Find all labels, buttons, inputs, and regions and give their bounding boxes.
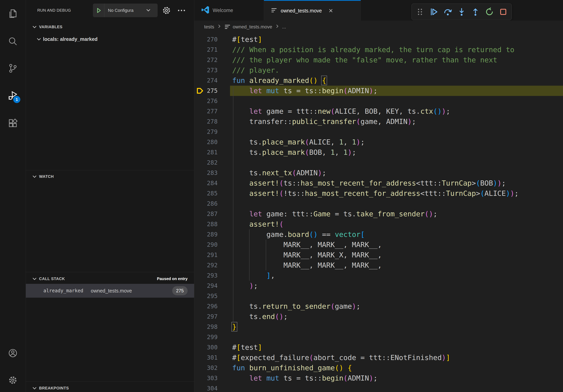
close-tab-icon[interactable]	[327, 7, 334, 14]
line-content[interactable]: MARK__, MARK__, MARK__,	[230, 240, 563, 250]
line-content[interactable]: let mut ts = ts::begin(ADMIN);	[230, 373, 563, 383]
line-content[interactable]: /// player.	[230, 65, 563, 75]
line-number[interactable]: 284	[203, 178, 218, 188]
step-over-button[interactable]	[443, 7, 453, 17]
code-line[interactable]: 272/// the player who made the "false" m…	[194, 55, 563, 65]
code-line[interactable]: 297 ts.end();	[194, 312, 563, 322]
code-line[interactable]: 285 assert!(!ts::has_most_recent_for_add…	[194, 188, 563, 198]
code-line[interactable]: 273/// player.	[194, 65, 563, 75]
line-number[interactable]: 300	[203, 342, 218, 353]
breakpoint-gutter[interactable]	[194, 260, 203, 270]
line-number[interactable]: 293	[203, 270, 218, 281]
code-line[interactable]: 293 ],	[194, 270, 563, 281]
line-content[interactable]: MARK__, MARK__, MARK__,	[230, 260, 563, 270]
restart-button[interactable]	[484, 7, 495, 17]
line-content[interactable]	[230, 127, 563, 137]
breakpoint-gutter[interactable]	[194, 137, 203, 147]
line-number[interactable]: 277	[203, 106, 218, 117]
account-icon[interactable]	[8, 348, 18, 358]
tab-owned-tests-move[interactable]: owned_tests.move	[264, 0, 361, 21]
line-number[interactable]: 270	[203, 34, 218, 45]
line-number[interactable]: 302	[203, 363, 218, 373]
variables-section-header[interactable]: VARIABLES	[26, 22, 194, 32]
search-icon[interactable]	[8, 37, 18, 46]
code-line[interactable]: 283 ts.next_tx(ADMIN);	[194, 168, 563, 178]
line-content[interactable]	[230, 96, 563, 106]
explorer-icon[interactable]	[8, 9, 18, 18]
code-line[interactable]: 277 let game = ttt::new(ALICE, BOB, KEY,…	[194, 106, 563, 117]
line-number[interactable]: 276	[203, 96, 218, 106]
code-line[interactable]: 300#[test]	[194, 342, 563, 353]
line-content[interactable]: #[expected_failure(abort_code = ttt::ENo…	[230, 353, 563, 363]
breakpoint-gutter[interactable]	[194, 45, 203, 55]
line-number[interactable]: 278	[203, 117, 218, 127]
debug-settings-gear-icon[interactable]	[162, 6, 171, 15]
code-line[interactable]: 280 ts.place_mark(ALICE, 1, 1);	[194, 137, 563, 147]
extensions-icon[interactable]	[8, 118, 18, 128]
run-and-debug-icon[interactable]: 1	[8, 91, 18, 101]
line-number[interactable]: 296	[203, 301, 218, 312]
breakpoint-gutter[interactable]	[194, 106, 203, 117]
line-content[interactable]: let game: ttt::Game = ts.take_from_sende…	[230, 209, 563, 219]
source-control-icon[interactable]	[8, 64, 18, 73]
line-content[interactable]	[230, 383, 563, 392]
line-content[interactable]: ts.next_tx(ADMIN);	[230, 168, 563, 178]
line-content[interactable]: let mut ts = ts::begin(ADMIN);	[230, 86, 563, 96]
line-content[interactable]: MARK__, MARK_X, MARK__,	[230, 250, 563, 260]
code-line[interactable]: 298}	[194, 322, 563, 332]
line-content[interactable]: assert!(ts::has_most_recent_for_address<…	[230, 178, 563, 188]
line-content[interactable]	[230, 157, 563, 168]
line-number[interactable]: 275	[203, 86, 218, 96]
debug-config-dropdown[interactable]: No Configura	[93, 3, 158, 17]
code-line[interactable]: 291 MARK__, MARK_X, MARK__,	[194, 250, 563, 260]
stack-frame-row[interactable]: already_marked owned_tests.move 275	[26, 284, 194, 298]
breakpoint-gutter[interactable]	[194, 301, 203, 312]
tab-welcome[interactable]: Welcome	[194, 0, 264, 21]
code-line[interactable]: 270#[test]	[194, 34, 563, 45]
line-number[interactable]: 297	[203, 312, 218, 322]
code-line[interactable]: 279	[194, 127, 563, 137]
code-line[interactable]: 303 let mut ts = ts::begin(ADMIN);	[194, 373, 563, 383]
line-content[interactable]: );	[230, 281, 563, 291]
breadcrumb-item-file[interactable]: owned_tests.move	[233, 24, 272, 30]
code-line[interactable]: 282	[194, 157, 563, 168]
line-number[interactable]: 292	[203, 260, 218, 270]
breakpoint-gutter[interactable]	[194, 281, 203, 291]
line-content[interactable]: fun already_marked() {	[230, 75, 563, 86]
breakpoint-gutter[interactable]	[194, 342, 203, 353]
breakpoints-section-header[interactable]: BREAKPOINTS	[26, 383, 194, 392]
variables-locals-scope[interactable]: locals: already_marked	[26, 34, 194, 44]
settings-gear-icon[interactable]	[8, 375, 18, 385]
code-line[interactable]: 301#[expected_failure(abort_code = ttt::…	[194, 353, 563, 363]
line-content[interactable]: fun burn_unfinished_game() {	[230, 363, 563, 373]
breakpoint-gutter[interactable]	[194, 240, 203, 250]
line-number[interactable]: 280	[203, 137, 218, 147]
breakpoint-gutter[interactable]	[194, 353, 203, 363]
line-content[interactable]: assert!(!ts::has_most_recent_for_address…	[230, 188, 563, 198]
breakpoint-gutter[interactable]	[194, 209, 203, 219]
line-number[interactable]: 287	[203, 209, 218, 219]
breakpoint-gutter[interactable]	[194, 322, 203, 332]
breakpoint-gutter[interactable]	[194, 96, 203, 106]
line-content[interactable]: #[test]	[230, 34, 563, 45]
stop-button[interactable]	[498, 7, 508, 17]
code-line[interactable]: 290 MARK__, MARK__, MARK__,	[194, 240, 563, 250]
watch-section-header[interactable]: WATCH	[26, 171, 194, 182]
code-editor[interactable]: 270#[test]271/// When a position is alre…	[194, 34, 563, 392]
code-line[interactable]: 275 let mut ts = ts::begin(ADMIN);	[194, 86, 563, 96]
line-number[interactable]: 274	[203, 75, 218, 86]
code-line[interactable]: 294 );	[194, 281, 563, 291]
line-content[interactable]: }	[230, 322, 563, 332]
line-number[interactable]: 283	[203, 168, 218, 178]
breakpoint-gutter[interactable]	[194, 312, 203, 322]
breadcrumb-item-symbol[interactable]: ...	[282, 24, 286, 30]
breakpoint-gutter[interactable]	[194, 147, 203, 157]
step-out-button[interactable]	[470, 7, 481, 17]
code-line[interactable]: 302fun burn_unfinished_game() {	[194, 363, 563, 373]
line-number[interactable]: 304	[203, 383, 218, 392]
code-line[interactable]: 287 let game: ttt::Game = ts.take_from_s…	[194, 209, 563, 219]
line-content[interactable]: transfer::public_transfer(game, ADMIN);	[230, 117, 563, 127]
line-number[interactable]: 298	[203, 322, 218, 332]
line-content[interactable]: ts.return_to_sender(game);	[230, 301, 563, 312]
code-line[interactable]: 276	[194, 96, 563, 106]
